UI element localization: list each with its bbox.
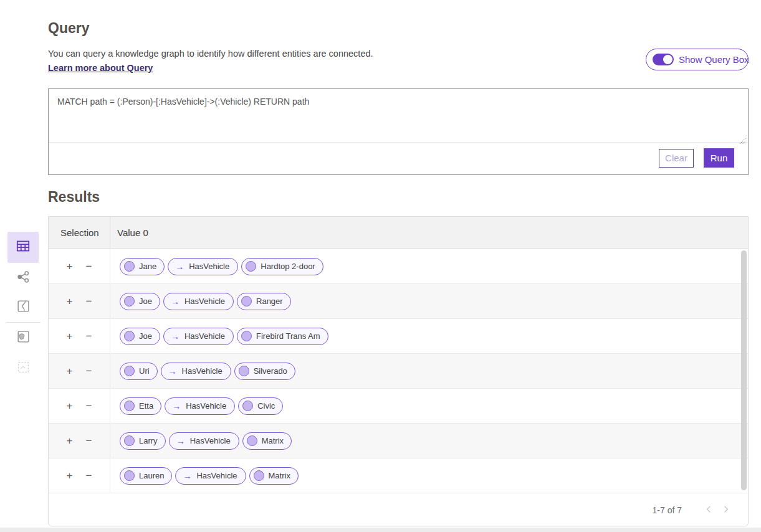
pill-label: HasVehicle (186, 401, 226, 411)
column-header-selection: Selection (49, 217, 110, 249)
pill-label: Joe (139, 297, 152, 306)
toggle-label: Show Query Box (679, 54, 749, 65)
pill-label: Lauren (139, 471, 164, 480)
node-pill[interactable]: Lauren (120, 467, 172, 485)
toggle-switch-icon[interactable] (653, 54, 674, 65)
table-row: + − Lauren →HasVehicle Matrix (49, 458, 748, 493)
toggle-knob (663, 55, 672, 64)
row-value-cell: Uri →HasVehicle Silverado (110, 354, 748, 388)
node-circle-icon (246, 261, 256, 272)
node-pill[interactable]: Civic (238, 397, 283, 415)
query-input[interactable]: MATCH path = (:Person)-[:HasVehicle]->(:… (49, 89, 748, 143)
pill-label: Uri (139, 366, 150, 376)
table-row: + − Larry →HasVehicle Matrix (49, 424, 748, 458)
edge-arrow-icon: → (171, 297, 179, 306)
pill-label: Larry (139, 436, 158, 445)
edge-pill[interactable]: →HasVehicle (169, 432, 239, 450)
expand-row-button[interactable]: + (65, 399, 74, 412)
pill-label: Firebird Trans Am (256, 331, 320, 341)
node-pill[interactable]: Uri (120, 363, 158, 380)
node-circle-icon (124, 296, 135, 306)
node-pill[interactable]: Silverado (234, 363, 295, 380)
scrollbar-thumb[interactable] (741, 250, 747, 490)
node-pill[interactable]: Matrix (242, 432, 292, 450)
node-circle-icon (254, 470, 264, 481)
vertical-scrollbar[interactable] (741, 250, 747, 492)
edge-arrow-icon: → (183, 472, 191, 480)
expand-row-button[interactable]: + (65, 434, 74, 447)
node-pill[interactable]: Joe (120, 293, 160, 310)
row-value-cell: Joe →HasVehicle Ranger (110, 284, 748, 318)
row-selection-cell: + − (49, 354, 110, 388)
page-title: Query (48, 20, 89, 37)
node-pill[interactable]: Jane (120, 258, 165, 275)
edge-pill[interactable]: →HasVehicle (168, 258, 238, 275)
node-pill[interactable]: Ranger (237, 293, 291, 310)
edge-pill[interactable]: →HasVehicle (175, 467, 246, 485)
node-circle-icon (124, 366, 135, 376)
collapse-row-button[interactable]: − (85, 295, 93, 308)
pill-label: Matrix (262, 436, 284, 445)
node-circle-icon (124, 331, 135, 341)
show-query-box-toggle[interactable]: Show Query Box (646, 49, 749, 70)
pill-label: Jane (139, 262, 156, 271)
collapse-row-button[interactable]: − (85, 330, 93, 343)
pill-label: HasVehicle (196, 471, 237, 480)
expand-row-button[interactable]: + (65, 364, 74, 378)
edge-pill[interactable]: →HasVehicle (163, 328, 234, 345)
node-pill[interactable]: Joe (120, 328, 160, 345)
row-value-cell: Etta →HasVehicle Civic (110, 389, 748, 423)
row-selection-cell: + − (49, 249, 110, 283)
node-circle-icon (124, 435, 135, 446)
collapse-row-button[interactable]: − (85, 260, 93, 273)
node-pill[interactable]: Hardtop 2-door (241, 258, 323, 275)
sidebar-item-map-view[interactable] (7, 322, 39, 353)
node-circle-icon (241, 331, 252, 341)
collapse-row-button[interactable]: − (85, 399, 93, 412)
results-table: Selection Value 0 + − Jane →HasVehicle H… (48, 216, 749, 526)
sidebar-item-widget-view-disabled (7, 353, 39, 384)
edge-pill[interactable]: →HasVehicle (165, 397, 235, 415)
row-selection-cell: + − (49, 389, 110, 423)
table-header-row: Selection Value 0 (49, 217, 748, 249)
resize-grip-icon[interactable] (739, 136, 746, 147)
sidebar-item-table-view[interactable] (7, 232, 39, 263)
collapse-row-button[interactable]: − (85, 434, 93, 447)
bottom-divider (0, 528, 761, 532)
sidebar-item-chart-view[interactable] (7, 292, 39, 323)
node-pill[interactable]: Firebird Trans Am (237, 328, 328, 345)
edge-arrow-icon: → (168, 367, 177, 376)
table-view-icon (15, 238, 31, 257)
node-pill[interactable]: Larry (120, 432, 166, 450)
expand-row-button[interactable]: + (65, 295, 74, 308)
pagination-range: 1-7 of 7 (653, 505, 682, 515)
sidebar-item-graph-view[interactable] (7, 262, 39, 293)
row-selection-cell: + − (49, 458, 110, 493)
expand-row-button[interactable]: + (65, 469, 74, 482)
pill-label: HasVehicle (189, 262, 229, 271)
table-row: + − Jane →HasVehicle Hardtop 2-door (49, 249, 748, 284)
node-pill[interactable]: Etta (120, 397, 161, 415)
node-circle-icon (247, 435, 257, 446)
edge-pill[interactable]: →HasVehicle (161, 363, 231, 380)
expand-row-button[interactable]: + (65, 260, 74, 273)
table-body: + − Jane →HasVehicle Hardtop 2-door + − … (49, 249, 748, 493)
next-page-button[interactable] (717, 503, 734, 517)
edge-pill[interactable]: →HasVehicle (163, 293, 234, 310)
edge-arrow-icon: → (176, 437, 185, 445)
learn-more-link[interactable]: Learn more about Query (48, 63, 153, 73)
node-circle-icon (241, 296, 252, 306)
row-value-cell: Lauren →HasVehicle Matrix (110, 458, 748, 493)
node-circle-icon (124, 401, 135, 411)
chevron-left-icon (704, 506, 714, 516)
clear-button[interactable]: Clear (659, 149, 694, 168)
prev-page-button[interactable] (701, 503, 717, 517)
query-description: You can query a knowledge graph to ident… (48, 49, 373, 59)
table-footer: 1-7 of 7 (49, 493, 748, 526)
node-pill[interactable]: Matrix (249, 467, 299, 485)
expand-row-button[interactable]: + (65, 330, 74, 343)
edge-arrow-icon: → (171, 332, 179, 341)
run-button[interactable]: Run (704, 148, 734, 168)
collapse-row-button[interactable]: − (85, 364, 93, 378)
collapse-row-button[interactable]: − (85, 469, 93, 482)
